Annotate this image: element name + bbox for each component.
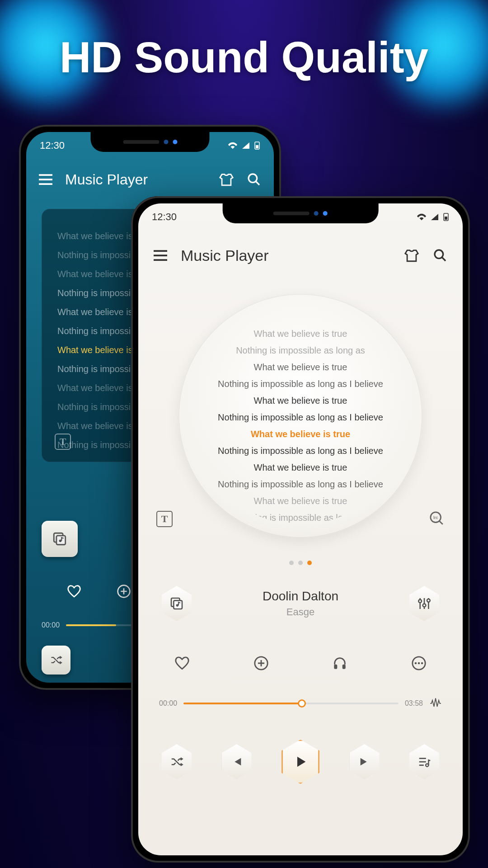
time-current: 00:00 [159, 699, 177, 708]
previous-button[interactable] [219, 741, 254, 782]
queue-button[interactable] [407, 741, 442, 782]
lyric-line: What we believe is true [201, 493, 400, 509]
text-size-icon[interactable]: T [55, 434, 71, 450]
app-title: Music Player [65, 171, 206, 188]
library-button[interactable] [159, 583, 194, 624]
track-artist: Easge [194, 606, 407, 618]
theme-icon[interactable] [404, 248, 419, 263]
lyric-line: Nothing is impossible as long as I belie… [201, 476, 400, 493]
svg-point-17 [427, 599, 430, 602]
shuffle-button[interactable] [159, 741, 194, 782]
lyric-line: What we believe is true [201, 392, 400, 409]
search-icon[interactable] [247, 172, 261, 187]
time-current: 00:00 [42, 621, 60, 629]
play-button[interactable] [279, 737, 322, 787]
svg-point-15 [418, 599, 422, 603]
track-name: Doolin Dalton [194, 589, 407, 604]
phone-mockup-light: 12:30 Music Player What we believe is tr… [131, 196, 470, 863]
svg-point-22 [415, 662, 417, 665]
album-lyrics-disc[interactable]: What we believe is true Nothing is impos… [178, 294, 422, 538]
svg-rect-1 [256, 145, 258, 148]
theme-icon[interactable] [219, 172, 234, 187]
svg-point-2 [249, 174, 257, 183]
library-button[interactable] [42, 521, 78, 557]
lyric-line-active: What we believe is true [201, 426, 400, 443]
add-icon[interactable] [117, 584, 131, 599]
lyric-line: Nothing is impossible as long as I belie… [201, 409, 400, 426]
page-dot [298, 561, 303, 565]
svg-rect-8 [445, 217, 447, 220]
favorite-icon[interactable] [174, 656, 190, 671]
more-icon[interactable] [411, 656, 427, 671]
lyric-line: What we believe is true [201, 459, 400, 476]
svg-point-23 [418, 662, 420, 665]
status-time: 12:30 [152, 211, 177, 223]
headline: HD Sound Quality [0, 33, 488, 82]
svg-rect-19 [334, 665, 338, 669]
text-size-icon[interactable]: T [156, 511, 173, 527]
add-icon[interactable] [253, 656, 269, 671]
lyric-line: What we believe is true [201, 359, 400, 376]
status-icons [417, 212, 449, 222]
lyric-line: Nothing is impossible as long as [201, 509, 400, 524]
menu-icon[interactable] [154, 250, 167, 261]
lyric-line: Nothing is impossible as long as I belie… [201, 443, 400, 459]
page-dot-active [307, 561, 312, 565]
headphones-icon[interactable] [332, 656, 347, 671]
page-dot [289, 561, 294, 565]
status-icons [228, 141, 260, 150]
next-button[interactable] [347, 741, 382, 782]
search-icon[interactable] [433, 248, 447, 263]
svg-rect-20 [343, 665, 346, 669]
progress-bar[interactable] [183, 703, 399, 704]
waveform-icon[interactable] [429, 697, 442, 710]
svg-point-9 [435, 250, 443, 259]
lrc-search-icon[interactable]: lrc [429, 511, 445, 526]
menu-icon[interactable] [39, 174, 52, 185]
favorite-icon[interactable] [67, 584, 81, 599]
progress-thumb[interactable] [298, 699, 306, 708]
status-time: 12:30 [40, 140, 65, 151]
svg-point-24 [421, 662, 423, 665]
shuffle-button[interactable] [42, 646, 70, 675]
lyric-line: What we believe is true [201, 326, 400, 342]
time-total: 03:58 [405, 699, 423, 708]
promo-background: HD Sound Quality 12:30 Music Player What… [0, 0, 488, 868]
lyric-line: Nothing is impossible as long as [201, 342, 400, 359]
app-title: Music Player [181, 247, 390, 264]
svg-point-16 [423, 604, 426, 607]
page-indicator [289, 561, 312, 565]
equalizer-button[interactable] [407, 583, 442, 624]
svg-text:lrc: lrc [433, 515, 438, 520]
lyric-line: Nothing is impossible as long as I belie… [201, 376, 400, 392]
